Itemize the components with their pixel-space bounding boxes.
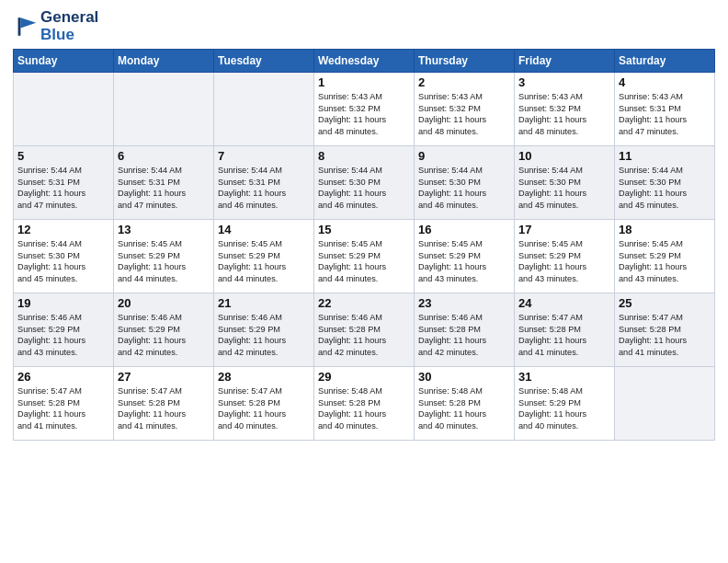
day-number: 18	[619, 223, 711, 236]
calendar-week-row: 12Sunrise: 5:44 AM Sunset: 5:30 PM Dayli…	[14, 220, 715, 293]
day-number: 27	[118, 370, 210, 384]
day-number: 31	[518, 370, 610, 384]
day-cell: 8Sunrise: 5:44 AM Sunset: 5:30 PM Daylig…	[314, 146, 415, 220]
day-info: Sunrise: 5:47 AM Sunset: 5:28 PM Dayligh…	[218, 385, 310, 431]
day-header-thursday: Thursday	[415, 50, 515, 73]
calendar-week-row: 26Sunrise: 5:47 AM Sunset: 5:28 PM Dayli…	[14, 367, 715, 441]
day-cell: 7Sunrise: 5:44 AM Sunset: 5:31 PM Daylig…	[214, 146, 314, 220]
day-info: Sunrise: 5:46 AM Sunset: 5:29 PM Dayligh…	[218, 312, 310, 358]
day-cell	[14, 73, 114, 146]
day-info: Sunrise: 5:46 AM Sunset: 5:28 PM Dayligh…	[418, 312, 510, 358]
day-cell: 18Sunrise: 5:45 AM Sunset: 5:29 PM Dayli…	[615, 220, 715, 293]
day-number: 3	[518, 75, 610, 89]
day-number: 22	[318, 296, 410, 310]
day-cell: 16Sunrise: 5:45 AM Sunset: 5:29 PM Dayli…	[415, 220, 515, 293]
day-info: Sunrise: 5:47 AM Sunset: 5:28 PM Dayligh…	[17, 385, 109, 431]
day-number: 29	[318, 370, 410, 384]
calendar-table: SundayMondayTuesdayWednesdayThursdayFrid…	[13, 49, 715, 441]
day-cell: 22Sunrise: 5:46 AM Sunset: 5:28 PM Dayli…	[314, 293, 415, 367]
day-info: Sunrise: 5:45 AM Sunset: 5:29 PM Dayligh…	[619, 238, 711, 284]
day-cell: 12Sunrise: 5:44 AM Sunset: 5:30 PM Dayli…	[14, 220, 114, 293]
day-cell: 14Sunrise: 5:45 AM Sunset: 5:29 PM Dayli…	[214, 220, 314, 293]
day-number: 24	[518, 296, 610, 310]
day-info: Sunrise: 5:44 AM Sunset: 5:31 PM Dayligh…	[118, 165, 210, 211]
day-info: Sunrise: 5:45 AM Sunset: 5:29 PM Dayligh…	[418, 238, 510, 284]
day-cell: 29Sunrise: 5:48 AM Sunset: 5:28 PM Dayli…	[314, 367, 415, 441]
day-cell: 25Sunrise: 5:47 AM Sunset: 5:28 PM Dayli…	[615, 293, 715, 367]
day-info: Sunrise: 5:44 AM Sunset: 5:30 PM Dayligh…	[619, 165, 711, 211]
day-number: 26	[17, 370, 109, 384]
day-info: Sunrise: 5:46 AM Sunset: 5:29 PM Dayligh…	[118, 312, 210, 358]
day-cell: 6Sunrise: 5:44 AM Sunset: 5:31 PM Daylig…	[114, 146, 214, 220]
day-info: Sunrise: 5:47 AM Sunset: 5:28 PM Dayligh…	[619, 312, 711, 358]
day-cell: 15Sunrise: 5:45 AM Sunset: 5:29 PM Dayli…	[314, 220, 415, 293]
day-cell: 20Sunrise: 5:46 AM Sunset: 5:29 PM Dayli…	[114, 293, 214, 367]
day-header-monday: Monday	[114, 50, 214, 73]
day-info: Sunrise: 5:45 AM Sunset: 5:29 PM Dayligh…	[118, 238, 210, 284]
day-number: 25	[619, 296, 711, 310]
day-header-tuesday: Tuesday	[214, 50, 314, 73]
day-number: 9	[418, 149, 510, 163]
day-cell: 19Sunrise: 5:46 AM Sunset: 5:29 PM Dayli…	[14, 293, 114, 367]
day-number: 6	[118, 149, 210, 163]
calendar-week-row: 1Sunrise: 5:43 AM Sunset: 5:32 PM Daylig…	[14, 73, 715, 146]
day-number: 16	[418, 223, 510, 236]
header: General Blue	[13, 9, 715, 43]
day-cell: 28Sunrise: 5:47 AM Sunset: 5:28 PM Dayli…	[214, 367, 314, 441]
day-cell: 27Sunrise: 5:47 AM Sunset: 5:28 PM Dayli…	[114, 367, 214, 441]
day-number: 11	[619, 149, 711, 163]
day-number: 15	[318, 223, 410, 236]
day-info: Sunrise: 5:46 AM Sunset: 5:28 PM Dayligh…	[318, 312, 410, 358]
logo: General Blue	[13, 9, 98, 43]
calendar-week-row: 5Sunrise: 5:44 AM Sunset: 5:31 PM Daylig…	[14, 146, 715, 220]
day-header-sunday: Sunday	[14, 50, 114, 73]
day-number: 8	[318, 149, 410, 163]
day-header-friday: Friday	[515, 50, 615, 73]
day-number: 10	[518, 149, 610, 163]
day-info: Sunrise: 5:47 AM Sunset: 5:28 PM Dayligh…	[118, 385, 210, 431]
svg-rect-0	[13, 14, 39, 40]
day-info: Sunrise: 5:45 AM Sunset: 5:29 PM Dayligh…	[518, 238, 610, 284]
day-number: 23	[418, 296, 510, 310]
day-cell: 26Sunrise: 5:47 AM Sunset: 5:28 PM Dayli…	[14, 367, 114, 441]
day-number: 14	[218, 223, 310, 236]
day-number: 28	[218, 370, 310, 384]
day-number: 19	[17, 296, 109, 310]
day-info: Sunrise: 5:45 AM Sunset: 5:29 PM Dayligh…	[318, 238, 410, 284]
day-cell: 1Sunrise: 5:43 AM Sunset: 5:32 PM Daylig…	[314, 73, 415, 146]
day-cell	[615, 367, 715, 441]
day-cell: 11Sunrise: 5:44 AM Sunset: 5:30 PM Dayli…	[615, 146, 715, 220]
day-cell: 4Sunrise: 5:43 AM Sunset: 5:31 PM Daylig…	[615, 73, 715, 146]
day-info: Sunrise: 5:44 AM Sunset: 5:31 PM Dayligh…	[218, 165, 310, 211]
day-info: Sunrise: 5:43 AM Sunset: 5:31 PM Dayligh…	[619, 91, 711, 137]
day-number: 4	[619, 75, 711, 89]
day-cell: 23Sunrise: 5:46 AM Sunset: 5:28 PM Dayli…	[415, 293, 515, 367]
day-info: Sunrise: 5:45 AM Sunset: 5:29 PM Dayligh…	[218, 238, 310, 284]
day-info: Sunrise: 5:44 AM Sunset: 5:30 PM Dayligh…	[418, 165, 510, 211]
day-info: Sunrise: 5:48 AM Sunset: 5:28 PM Dayligh…	[418, 385, 510, 431]
day-cell: 3Sunrise: 5:43 AM Sunset: 5:32 PM Daylig…	[515, 73, 615, 146]
calendar-week-row: 19Sunrise: 5:46 AM Sunset: 5:29 PM Dayli…	[14, 293, 715, 367]
svg-rect-2	[18, 17, 21, 36]
day-number: 7	[218, 149, 310, 163]
day-number: 5	[17, 149, 109, 163]
day-cell: 5Sunrise: 5:44 AM Sunset: 5:31 PM Daylig…	[14, 146, 114, 220]
day-info: Sunrise: 5:48 AM Sunset: 5:29 PM Dayligh…	[518, 385, 610, 431]
day-info: Sunrise: 5:44 AM Sunset: 5:30 PM Dayligh…	[318, 165, 410, 211]
day-cell: 24Sunrise: 5:47 AM Sunset: 5:28 PM Dayli…	[515, 293, 615, 367]
day-cell: 17Sunrise: 5:45 AM Sunset: 5:29 PM Dayli…	[515, 220, 615, 293]
day-number: 2	[418, 75, 510, 89]
day-number: 17	[518, 223, 610, 236]
calendar-header-row: SundayMondayTuesdayWednesdayThursdayFrid…	[14, 50, 715, 73]
day-cell: 13Sunrise: 5:45 AM Sunset: 5:29 PM Dayli…	[114, 220, 214, 293]
day-header-wednesday: Wednesday	[314, 50, 415, 73]
day-number: 21	[218, 296, 310, 310]
day-info: Sunrise: 5:44 AM Sunset: 5:31 PM Dayligh…	[17, 165, 109, 211]
day-info: Sunrise: 5:48 AM Sunset: 5:28 PM Dayligh…	[318, 385, 410, 431]
day-info: Sunrise: 5:44 AM Sunset: 5:30 PM Dayligh…	[518, 165, 610, 211]
day-number: 13	[118, 223, 210, 236]
day-cell: 31Sunrise: 5:48 AM Sunset: 5:29 PM Dayli…	[515, 367, 615, 441]
logo-icon	[13, 14, 39, 40]
day-info: Sunrise: 5:43 AM Sunset: 5:32 PM Dayligh…	[518, 91, 610, 137]
day-info: Sunrise: 5:43 AM Sunset: 5:32 PM Dayligh…	[318, 91, 410, 137]
